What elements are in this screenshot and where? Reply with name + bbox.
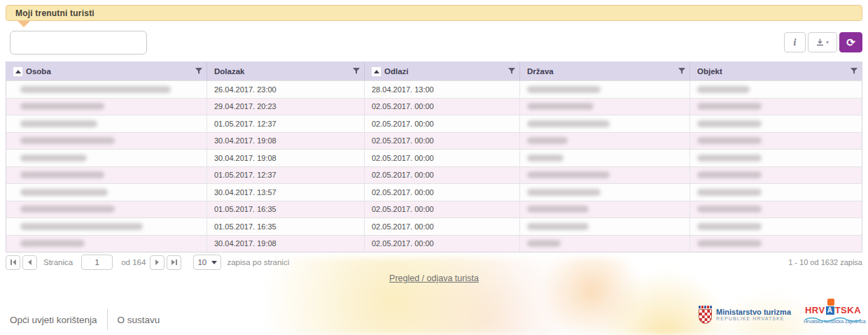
table-row[interactable]: 30.04.2017. 19:0802.05.2017. 00:00 — [6, 149, 862, 166]
redacted-person-name — [20, 240, 85, 247]
page-size-select[interactable]: 10 — [193, 255, 221, 270]
filter-icon[interactable] — [850, 68, 858, 75]
next-page-button[interactable] — [150, 255, 164, 270]
column-label: Dolazak — [214, 67, 244, 76]
redacted-person-name-cell — [6, 201, 207, 218]
column-header-osoba[interactable]: Osoba — [6, 62, 207, 80]
column-header-objekt[interactable]: Objekt — [690, 62, 862, 80]
redacted-country — [527, 240, 561, 247]
redacted-country-cell — [520, 150, 690, 166]
redacted-country — [527, 120, 610, 127]
per-page-label: zapisa po stranici — [227, 258, 289, 266]
redacted-country — [527, 223, 589, 230]
column-header-dolazak[interactable]: Dolazak — [207, 62, 365, 80]
redacted-object — [697, 171, 762, 178]
redacted-country-cell — [520, 184, 690, 201]
table-row[interactable]: 30.04.2017. 19:0802.05.2017. 00:00 — [6, 235, 862, 252]
column-header-odlazi[interactable]: Odlazi — [365, 62, 520, 80]
about-system-link[interactable]: O sustavu — [118, 315, 160, 325]
htz-word-part: HRV — [805, 305, 825, 315]
htz-wave-icon — [805, 318, 861, 322]
sort-asc-icon — [13, 67, 22, 76]
filter-icon[interactable] — [508, 68, 515, 75]
arrival-datetime-cell: 01.05.2017. 12:37 — [207, 115, 365, 132]
first-page-button[interactable] — [6, 255, 20, 270]
departure-datetime-cell: 02.05.2017. 00:00 — [365, 201, 520, 218]
redacted-country-cell — [520, 115, 690, 132]
redacted-country-cell — [520, 218, 690, 235]
page-number-input[interactable] — [81, 255, 113, 270]
departure-datetime-cell: 02.05.2017. 00:00 — [365, 133, 520, 150]
redacted-object-cell — [690, 184, 862, 201]
arrival-datetime-cell: 30.04.2017. 19:08 — [207, 133, 365, 150]
previous-page-icon — [28, 259, 31, 265]
redacted-object — [697, 206, 762, 213]
arrival-datetime-cell: 30.04.2017. 19:08 — [207, 150, 365, 166]
sort-asc-icon — [372, 67, 381, 76]
departure-datetime-cell: 02.05.2017. 00:00 — [365, 99, 520, 115]
refresh-button[interactable]: ⟳ — [839, 32, 862, 52]
page-size-value: 10 — [197, 258, 206, 266]
tab-moji-trenutni-turisti[interactable]: Moji trenutni turisti — [6, 8, 94, 18]
table-row[interactable]: 26.04.2017. 23:0028.04.2017. 13:00 — [6, 80, 862, 98]
redacted-country — [527, 206, 589, 213]
redacted-country-cell — [520, 167, 690, 184]
chevron-down-icon — [211, 261, 217, 264]
departure-datetime-cell: 02.05.2017. 00:00 — [365, 150, 520, 166]
ministry-name: Ministarstvo turizma — [716, 308, 791, 316]
redacted-country — [527, 155, 564, 162]
filter-icon[interactable] — [353, 68, 360, 75]
redacted-country-cell — [520, 236, 690, 252]
redacted-person-name — [20, 171, 104, 178]
redacted-object-cell — [690, 236, 862, 252]
redacted-person-name — [20, 155, 87, 162]
stranica-label: Stranica — [43, 258, 73, 266]
table-row[interactable]: 29.04.2017. 20:2302.05.2017. 00:00 — [6, 98, 862, 115]
column-header-drzava[interactable]: Država — [520, 62, 690, 80]
filter-icon[interactable] — [678, 68, 685, 75]
redacted-object-cell — [690, 201, 862, 218]
arrival-datetime-cell: 29.04.2017. 20:23 — [207, 99, 365, 115]
redacted-person-name-cell — [6, 115, 207, 132]
info-button[interactable]: i — [784, 32, 806, 52]
chevron-down-icon: ▾ — [826, 39, 829, 45]
redacted-country-cell — [520, 201, 690, 218]
ministry-subtitle: REPUBLIKE HRVATSKE — [716, 316, 791, 321]
table-row[interactable]: 01.05.2017. 16:3502.05.2017. 00:00 — [6, 218, 862, 235]
htz-blue-a-icon: A — [826, 306, 834, 315]
redacted-person-name — [20, 86, 171, 93]
redacted-object — [697, 120, 762, 127]
previous-page-button[interactable] — [22, 255, 37, 270]
redacted-object-cell — [690, 81, 862, 98]
table-row[interactable]: 01.05.2017. 12:3702.05.2017. 00:00 — [6, 115, 862, 132]
croatian-coat-of-arms-icon — [699, 306, 712, 324]
redacted-object-cell — [690, 115, 862, 132]
pregled-odjava-turista-link[interactable]: Pregled / odjava turista — [389, 273, 479, 283]
redacted-person-name-cell — [6, 81, 207, 98]
terms-of-use-link[interactable]: Opći uvjeti korištenja — [10, 315, 97, 325]
column-label: Država — [527, 67, 554, 76]
arrival-datetime-cell: 30.04.2017. 13:57 — [207, 184, 365, 201]
redacted-object-cell — [690, 218, 862, 235]
redacted-object — [697, 189, 762, 196]
table-row[interactable]: 01.05.2017. 12:3702.05.2017. 00:00 — [6, 166, 862, 184]
table-row[interactable]: 01.05.2017. 16:3502.05.2017. 00:00 — [6, 201, 862, 218]
grid-search-input[interactable] — [10, 31, 147, 55]
redacted-country — [527, 103, 594, 110]
export-button[interactable]: ▾ — [808, 32, 837, 52]
redacted-object-cell — [690, 150, 862, 166]
footer: Opći uvjeti korištenja O sustavu Minista… — [0, 302, 868, 335]
redacted-person-name-cell — [6, 167, 207, 184]
redacted-country — [527, 171, 610, 178]
filter-icon[interactable] — [195, 68, 202, 75]
redacted-person-name — [20, 137, 115, 144]
page-count-label: od 164 — [121, 258, 146, 266]
departure-datetime-cell: 02.05.2017. 00:00 — [365, 236, 520, 252]
table-row[interactable]: 30.04.2017. 13:5702.05.2017. 00:00 — [6, 183, 862, 201]
redacted-country — [527, 137, 568, 144]
redacted-person-name — [20, 189, 108, 196]
table-row[interactable]: 30.04.2017. 19:0802.05.2017. 00:00 — [6, 132, 862, 150]
tab-pointer-arrow — [18, 21, 30, 27]
last-page-button[interactable] — [167, 255, 181, 270]
last-page-icon — [172, 259, 175, 265]
